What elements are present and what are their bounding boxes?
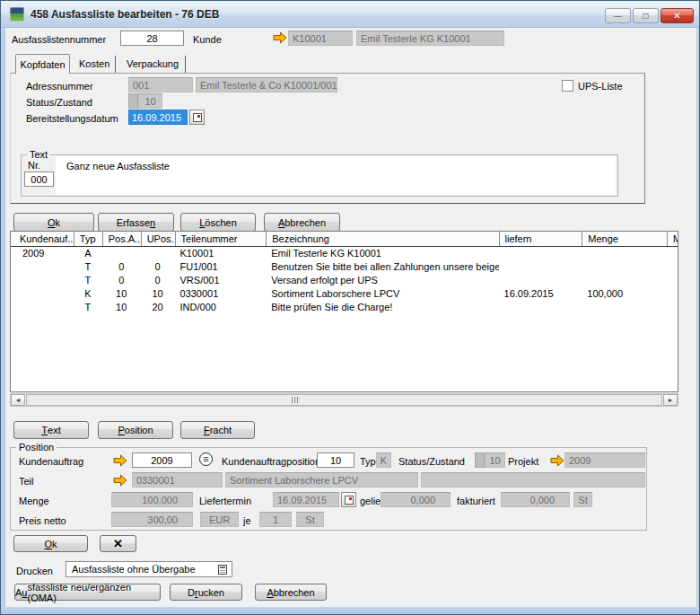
table-cell: 100,000	[582, 287, 667, 301]
list-icon[interactable]	[218, 565, 227, 575]
column-header[interactable]: Teilenummer	[175, 232, 267, 246]
scroll-thumb[interactable]	[26, 394, 662, 406]
teil-name-field: Sortiment Laborschere LPCV	[225, 472, 418, 488]
waehrung-field: EUR	[200, 512, 239, 527]
column-header[interactable]: Pos.A...	[102, 232, 141, 246]
column-header[interactable]: UPos.	[141, 232, 175, 246]
fracht-button[interactable]: Fracht	[180, 421, 255, 439]
teil-label: Teil	[19, 476, 34, 487]
footer-drucken-button[interactable]: Drucken	[170, 584, 242, 601]
positions-table[interactable]: Kundenauf... Typ Pos.A... UPos. Teilenum…	[10, 231, 678, 392]
table-row[interactable]: 2009 A K10001 Emil Testerle KG K10001	[11, 247, 678, 260]
bereitstellungsdatum-input[interactable]: 16.09.2015	[128, 110, 188, 125]
cancel-x-button[interactable]: ✕	[100, 535, 136, 552]
ok-button[interactable]: Ok	[13, 213, 94, 232]
position-button[interactable]: Position	[98, 421, 173, 439]
window-title: 458 Ausfassliste bearbeiten - 76 DEB	[31, 8, 219, 21]
table-cell	[499, 301, 582, 314]
je-label: je	[243, 515, 251, 526]
table-cell	[582, 260, 667, 274]
table-row[interactable]: T 0 0 FU1/001 Benutzen Sie bitte bei all…	[11, 260, 678, 274]
projekt-jump-arrow-icon[interactable]	[550, 454, 564, 467]
table-cell	[11, 274, 74, 287]
preis-netto-field: 300,00	[111, 512, 193, 527]
ausfassliste-neu-button[interactable]: Ausfassliste neu/ergänzen (OMA)	[14, 584, 161, 601]
table-cell: K	[74, 287, 102, 301]
table-cell	[667, 260, 678, 274]
table-cell	[141, 247, 175, 260]
table-cell	[667, 301, 678, 314]
table-cell: 16.09.2015	[499, 287, 582, 301]
text-button[interactable]: Text	[13, 421, 89, 439]
footer-abbrechen-button[interactable]: Abbrechen	[255, 584, 327, 601]
loeschen-button[interactable]: Löschen	[180, 213, 256, 232]
scroll-left-button[interactable]	[11, 394, 25, 406]
teil-jump-arrow-icon[interactable]	[113, 474, 127, 487]
table-cell: 10	[102, 287, 141, 301]
table-cell: T	[74, 274, 102, 287]
preis-netto-label: Preis netto	[19, 515, 66, 526]
ausfasslistennummer-input[interactable]: 28	[120, 31, 184, 46]
circle-list-icon[interactable]	[199, 452, 213, 466]
window-border-left	[1, 28, 5, 607]
table-row[interactable]: T 10 20 IND/000 Bitte prüfen Sie die Cha…	[11, 301, 678, 314]
column-header[interactable]: liefern	[499, 232, 582, 246]
kunde-jump-arrow-icon[interactable]	[273, 31, 287, 44]
maximize-icon: □	[643, 11, 648, 21]
kunde-code-field: K10001	[288, 31, 353, 46]
projekt-label: Projekt	[508, 456, 538, 467]
abbrechen-button[interactable]: Abbrechen	[264, 213, 340, 232]
adressname-field: Emil Testerle & Co K10001/001	[196, 77, 337, 92]
scroll-grip-icon	[292, 397, 298, 403]
kundenauftrag-input[interactable]: 2009	[132, 452, 192, 468]
app-icon	[10, 7, 24, 22]
horizontal-scrollbar[interactable]	[10, 393, 678, 407]
teil-nummer-field: 0330001	[132, 472, 223, 488]
kundenauftrag-jump-arrow-icon[interactable]	[113, 454, 127, 467]
table-cell: 0	[141, 274, 175, 287]
table-row[interactable]: T 0 0 VRS/001 Versand erfolgt per UPS	[11, 274, 678, 287]
liefertermin-calendar-button[interactable]	[341, 492, 356, 507]
tab-separator	[185, 56, 186, 73]
calendar-icon	[193, 113, 202, 122]
erfassen-button[interactable]: Erfassen	[98, 213, 174, 232]
position-group-title: Position	[16, 442, 57, 452]
text-nr-input[interactable]: 000	[24, 171, 54, 187]
app-window: 458 Ausfassliste bearbeiten - 76 DEB — □…	[0, 0, 700, 615]
title-bar: 458 Ausfassliste bearbeiten - 76 DEB — □…	[1, 1, 700, 28]
close-button[interactable]: ✕	[661, 8, 694, 23]
scroll-right-button[interactable]	[663, 394, 678, 406]
kundenauftragposition-label: Kundenauftragposition	[222, 456, 320, 467]
fakturiert-field: 0,000	[501, 492, 570, 507]
footer-ok-button[interactable]: Ok	[13, 535, 88, 552]
minimize-icon: —	[614, 12, 622, 21]
table-cell: 20	[141, 301, 175, 314]
calendar-button[interactable]	[189, 110, 205, 125]
table-header: Kundenauf... Typ Pos.A... UPos. Teilenum…	[11, 232, 678, 247]
tab-kosten[interactable]: Kosten	[79, 58, 109, 69]
typ-field: K	[376, 452, 391, 468]
minimize-button[interactable]: —	[605, 8, 631, 23]
table-cell: 0	[102, 274, 141, 287]
text-area[interactable]: Ganz neue Ausfassliste	[56, 156, 616, 195]
table-cell	[499, 274, 582, 287]
column-header[interactable]: Menge	[582, 232, 667, 246]
table-cell	[499, 247, 582, 260]
text-area-value: Ganz neue Ausfassliste	[66, 161, 170, 171]
tab-kopfdaten[interactable]: Kopfdaten	[15, 54, 70, 74]
tab-verpackung[interactable]: Verpackung	[127, 58, 179, 69]
kundenauftragposition-input[interactable]: 10	[317, 452, 354, 468]
column-header[interactable]: Bezeichnung	[266, 232, 498, 246]
druckoption-select[interactable]: Ausfassliste ohne Übergabe	[66, 561, 232, 577]
column-header[interactable]: Kundenauf...	[11, 232, 74, 246]
column-header[interactable]: M	[667, 232, 678, 246]
typ-label: Typ	[360, 456, 376, 467]
teil-extra-field	[421, 472, 645, 488]
table-row[interactable]: K 10 10 0330001 Sortiment Laborschere LP…	[11, 287, 678, 301]
drucken-label: Drucken	[16, 566, 53, 576]
table-cell: 0	[102, 260, 141, 274]
kunde-label: Kunde	[193, 34, 222, 45]
maximize-button[interactable]: □	[633, 8, 659, 23]
column-header[interactable]: Typ	[74, 232, 102, 246]
ups-liste-checkbox[interactable]	[562, 80, 573, 92]
